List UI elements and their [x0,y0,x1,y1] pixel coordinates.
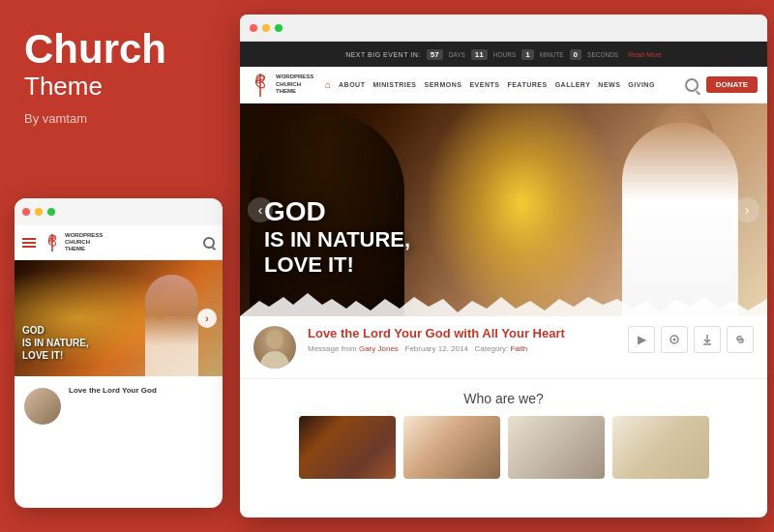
hero-section: GOD IS IN NATURE, LOVE IT! ‹ › [240,103,767,316]
mobile-logo-icon [44,232,61,253]
svg-point-10 [673,339,676,341]
nav-item-features[interactable]: FEATURES [507,81,547,88]
who-image-1 [299,416,396,479]
svg-marker-8 [240,293,767,316]
message-meta: Message from Gary Jones February 12, 201… [308,344,616,353]
who-image-4 [612,416,709,479]
mobile-hero-image: GOD IS IN NATURE, LOVE IT! › [15,260,223,376]
message-icon-group: ▶ [628,326,754,353]
event-minutes-label: MINUTE [540,51,564,58]
event-hours-label: HOURS [493,51,516,58]
hero-text: GOD IS IN NATURE, LOVE IT! [264,196,410,278]
donate-button[interactable]: Donate [706,76,758,93]
browser-dot-red [250,24,257,32]
mobile-logo: WORDPRESSCHURCHTHEME [44,232,203,253]
event-seconds-label: SECONDS [587,51,618,58]
navbar-logo-icon [250,72,271,99]
mobile-avatar [24,388,61,425]
nav-item-sermons[interactable]: SERMONS [425,81,462,88]
message-audio-icon[interactable] [661,326,688,353]
message-author[interactable]: Gary Jones [359,344,399,353]
mobile-hero-text: GOD IS IN NATURE, LOVE IT! [22,324,89,362]
browser-dot-green [275,24,283,32]
who-are-we-section: Who are we? [240,379,767,490]
mobile-dot-yellow [35,208,43,216]
message-content: Love the Lord Your God with All Your Hea… [308,326,616,353]
hero-prev-arrow[interactable]: ‹ [248,197,273,222]
message-download-icon[interactable] [694,326,721,353]
nav-item-gallery[interactable]: GALLERY [555,81,591,88]
nav-items: ABOUT MINISTRIES SERMONS EVENTS FEATURES… [339,81,673,88]
event-bar-label: NEXT BIG EVENT IN: [345,51,421,58]
main-navbar: WORDPRESSCHURCHTHEME ⌂ ABOUT MINISTRIES … [240,67,767,103]
mobile-titlebar [15,198,223,225]
home-icon[interactable]: ⌂ [325,79,331,90]
event-countdown-bar: NEXT BIG EVENT IN: 57 DAYS 11 HOURS 1 MI… [240,42,767,67]
event-read-more-link[interactable]: Read More [628,51,662,58]
message-video-icon[interactable]: ▶ [628,326,655,353]
message-category[interactable]: Faith [510,344,527,353]
mobile-search-icon[interactable] [203,237,215,249]
mobile-dot-red [22,208,30,216]
left-panel: Church Theme By vamtam WORDPRESSCHURCHTH… [0,0,232,532]
browser-dot-yellow [262,24,270,32]
message-avatar [253,326,296,369]
hero-tree-decoration [240,295,767,316]
event-minutes-count: 1 [521,49,533,60]
hero-line1: GOD [264,196,410,227]
message-link-icon[interactable] [727,326,754,353]
browser-titlebar [240,15,767,42]
who-images-row [253,416,754,479]
mobile-arrow-right-icon[interactable]: › [197,309,217,328]
navbar-logo: WORDPRESSCHURCHTHEME [250,72,317,99]
hero-next-arrow[interactable]: › [734,197,759,222]
nav-item-giving[interactable]: GIVING [628,81,655,88]
nav-item-about[interactable]: ABOUT [339,81,365,88]
mobile-navbar: WORDPRESSCHURCHTHEME [15,225,223,260]
nav-item-news[interactable]: NEWS [598,81,620,88]
mobile-hamburger-icon[interactable] [22,238,36,248]
event-seconds-count: 0 [570,49,581,60]
browser-window: NEXT BIG EVENT IN: 57 DAYS 11 HOURS 1 MI… [240,15,767,517]
hero-figure-right [603,108,738,316]
event-hours-count: 11 [471,49,488,60]
navbar-logo-text: WORDPRESSCHURCHTHEME [276,74,313,96]
event-days-count: 57 [427,49,443,60]
who-image-3 [508,416,605,479]
nav-item-events[interactable]: EVENTS [469,81,499,88]
mobile-logo-text: WORDPRESSCHURCHTHEME [65,232,103,253]
app-author: By vamtam [24,111,208,126]
who-title: Who are we? [253,391,754,406]
app-subtitle: Theme [24,72,208,102]
hero-line2: IS IN NATURE, [264,227,410,252]
nav-item-ministries[interactable]: MINISTRIES [372,81,416,88]
message-section: Love the Lord Your God with All Your Hea… [240,316,767,379]
who-image-2 [403,416,500,479]
message-title[interactable]: Love the Lord Your God with All Your Hea… [308,326,616,341]
app-title: Church [24,29,208,70]
search-icon[interactable] [685,78,699,92]
hero-line3: LOVE IT! [264,252,410,278]
event-days-label: DAYS [449,51,465,58]
hero-light-burst [425,103,618,316]
mobile-dot-green [47,208,55,216]
mobile-card-content: Love the Lord Your God [15,376,223,403]
mobile-preview-card: WORDPRESSCHURCHTHEME GOD IS IN NATURE, L… [15,198,223,508]
